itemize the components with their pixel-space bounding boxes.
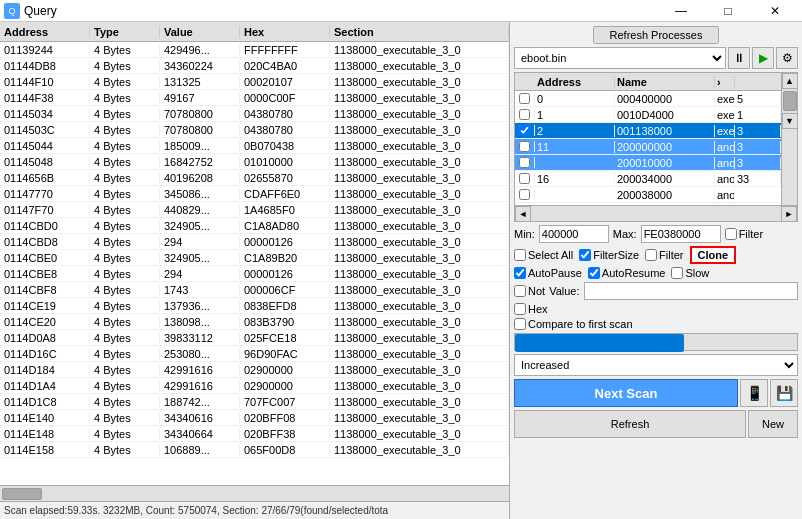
process-row-item[interactable]: 200038000 anon:00B80259 xyxy=(515,187,781,203)
scroll-left-btn[interactable]: ◄ xyxy=(515,206,531,222)
table-row[interactable]: 0114CBD0 4 Bytes 324905... C1A8AD80 1138… xyxy=(0,218,509,234)
table-row[interactable]: 0114E148 4 Bytes 34340664 020BFF38 11380… xyxy=(0,426,509,442)
hex-checkbox[interactable] xyxy=(514,303,526,315)
proc-checkbox[interactable] xyxy=(519,125,530,136)
cell-address: 0114E148 xyxy=(0,428,90,440)
minmax-row: Min: Max: Filter xyxy=(514,225,798,243)
settings-button[interactable]: ⚙ xyxy=(776,47,798,69)
proc-col-address: Address xyxy=(535,76,615,88)
table-row[interactable]: 0114D1C8 4 Bytes 188742... 707FC007 1138… xyxy=(0,394,509,410)
process-row-item[interactable]: 16 200034000 anon:00B80099 33 xyxy=(515,171,781,187)
table-row[interactable]: 0114D0A8 4 Bytes 39833112 025FCE18 11380… xyxy=(0,330,509,346)
table-row[interactable]: 0114CBE0 4 Bytes 324905... C1A89B20 1138… xyxy=(0,250,509,266)
not-label[interactable]: Not xyxy=(514,285,545,297)
scroll-down-btn[interactable]: ▼ xyxy=(782,113,798,129)
min-input[interactable] xyxy=(539,225,609,243)
table-row[interactable]: 01147F70 4 Bytes 440829... 1A4685F0 1138… xyxy=(0,202,509,218)
table-row[interactable]: 0114D184 4 Bytes 42991616 02900000 11380… xyxy=(0,362,509,378)
auto-resume-checkbox[interactable] xyxy=(588,267,600,279)
process-row-item[interactable]: 11 200000000 anon:00B9035a 3 xyxy=(515,139,781,155)
table-row[interactable]: 0114CBE8 4 Bytes 294 00000126 1138000_ex… xyxy=(0,266,509,282)
play-button[interactable]: ▶ xyxy=(752,47,774,69)
max-input[interactable] xyxy=(641,225,721,243)
close-button[interactable]: ✕ xyxy=(752,0,798,22)
filter-size-checkbox[interactable] xyxy=(579,249,591,261)
compare-checkbox[interactable] xyxy=(514,318,526,330)
cell-type: 4 Bytes xyxy=(90,188,160,200)
compare-label[interactable]: Compare to first scan xyxy=(514,318,633,330)
cell-value: 137936... xyxy=(160,300,240,312)
next-scan-button[interactable]: Next Scan xyxy=(514,379,738,407)
table-row[interactable]: 0114D16C 4 Bytes 253080... 96D90FAC 1138… xyxy=(0,346,509,362)
filter-checkbox-label[interactable]: Filter xyxy=(725,228,763,240)
pause-button[interactable]: ⏸ xyxy=(728,47,750,69)
scroll-thumb[interactable] xyxy=(783,91,797,111)
table-row[interactable]: 0114CBD8 4 Bytes 294 00000126 1138000_ex… xyxy=(0,234,509,250)
table-row[interactable]: 0114CE19 4 Bytes 137936... 0838EFD8 1138… xyxy=(0,298,509,314)
auto-pause-checkbox[interactable] xyxy=(514,267,526,279)
table-row[interactable]: 01144F10 4 Bytes 131325 00020107 1138000… xyxy=(0,74,509,90)
proc-checkbox[interactable] xyxy=(519,173,530,184)
scroll-right-btn[interactable]: ► xyxy=(781,206,797,222)
next-scan-icon-btn2[interactable]: 💾 xyxy=(770,379,798,407)
h-scrollbar-thumb[interactable] xyxy=(2,488,42,500)
process-v-scrollbar[interactable]: ▲ ▼ xyxy=(781,73,797,205)
filter-label2[interactable]: Filter xyxy=(645,249,683,261)
select-all-label[interactable]: Select All xyxy=(514,249,573,261)
new-button[interactable]: New xyxy=(748,410,798,438)
clone-button[interactable]: Clone xyxy=(690,246,737,264)
next-scan-icon-btn1[interactable]: 📱 xyxy=(740,379,768,407)
cell-type: 4 Bytes xyxy=(90,428,160,440)
value-input[interactable] xyxy=(584,282,799,300)
refresh-button[interactable]: Refresh xyxy=(514,410,746,438)
table-row[interactable]: 0114503C 4 Bytes 70780800 04380780 11380… xyxy=(0,122,509,138)
process-row-item[interactable]: 200010000 anon:00B9069e 3 xyxy=(515,155,781,171)
hex-label[interactable]: Hex xyxy=(514,303,548,315)
compare-row: Compare to first scan xyxy=(514,318,798,330)
maximize-button[interactable]: □ xyxy=(705,0,751,22)
proc-checkbox[interactable] xyxy=(519,93,530,104)
table-row[interactable]: 0114E158 4 Bytes 106889... 065F00D8 1138… xyxy=(0,442,509,458)
proc-checkbox[interactable] xyxy=(519,157,530,168)
process-row-item[interactable]: 1 0010D4000 executable 1 xyxy=(515,107,781,123)
table-row[interactable]: 01144DB8 4 Bytes 34360224 020C4BA0 11380… xyxy=(0,58,509,74)
table-row[interactable]: 0114656B 4 Bytes 40196208 02655870 11380… xyxy=(0,170,509,186)
scan-type-dropdown[interactable]: Increased Decreased Changed Unchanged Ex… xyxy=(514,354,798,376)
slow-checkbox[interactable] xyxy=(671,267,683,279)
process-dropdown[interactable]: eboot.bin xyxy=(514,47,726,69)
table-row[interactable]: 01145048 4 Bytes 16842752 01010000 11380… xyxy=(0,154,509,170)
proc-cell-address: 200038000 xyxy=(615,189,715,201)
table-row[interactable]: 0114CE20 4 Bytes 138098... 083B3790 1138… xyxy=(0,314,509,330)
table-row[interactable]: 01147770 4 Bytes 345086... CDAFF6E0 1138… xyxy=(0,186,509,202)
filter-checkbox[interactable] xyxy=(725,228,737,240)
cell-type: 4 Bytes xyxy=(90,76,160,88)
table-row[interactable]: 0114D1A4 4 Bytes 42991616 02900000 11380… xyxy=(0,378,509,394)
table-row[interactable]: 0114CBF8 4 Bytes 1743 000006CF 1138000_e… xyxy=(0,282,509,298)
minimize-button[interactable]: — xyxy=(658,0,704,22)
proc-checkbox[interactable] xyxy=(519,189,530,200)
slow-label[interactable]: Slow xyxy=(671,267,709,279)
table-row[interactable]: 01139244 4 Bytes 429496... FFFFFFFF 1138… xyxy=(0,42,509,58)
cell-value: 34340616 xyxy=(160,412,240,424)
proc-cell-name: executable xyxy=(715,125,735,137)
process-row-item[interactable]: 2 001138000 executable 3 xyxy=(515,123,781,139)
cell-hex: 04380780 xyxy=(240,124,330,136)
process-row-item[interactable]: 0 000400000 executable 5 xyxy=(515,91,781,107)
filter-size-label[interactable]: FilterSize xyxy=(579,249,639,261)
not-checkbox[interactable] xyxy=(514,285,526,297)
table-row[interactable]: 0114E140 4 Bytes 34340616 020BFF08 11380… xyxy=(0,410,509,426)
horizontal-scrollbar[interactable] xyxy=(0,485,509,501)
auto-resume-label[interactable]: AutoResume xyxy=(588,267,666,279)
proc-cell-check xyxy=(515,157,535,168)
table-row[interactable]: 01144F38 4 Bytes 49167 0000C00F 1138000_… xyxy=(0,90,509,106)
table-row[interactable]: 01145044 4 Bytes 185009... 0B070438 1138… xyxy=(0,138,509,154)
table-row[interactable]: 01145034 4 Bytes 70780800 04380780 11380… xyxy=(0,106,509,122)
proc-checkbox[interactable] xyxy=(519,141,530,152)
auto-pause-label[interactable]: AutoPause xyxy=(514,267,582,279)
refresh-processes-button[interactable]: Refresh Processes xyxy=(593,26,720,44)
proc-checkbox[interactable] xyxy=(519,109,530,120)
select-all-checkbox[interactable] xyxy=(514,249,526,261)
filter2-checkbox[interactable] xyxy=(645,249,657,261)
process-h-scrollbar[interactable]: ◄ ► xyxy=(515,205,797,221)
scroll-up-btn[interactable]: ▲ xyxy=(782,73,798,89)
